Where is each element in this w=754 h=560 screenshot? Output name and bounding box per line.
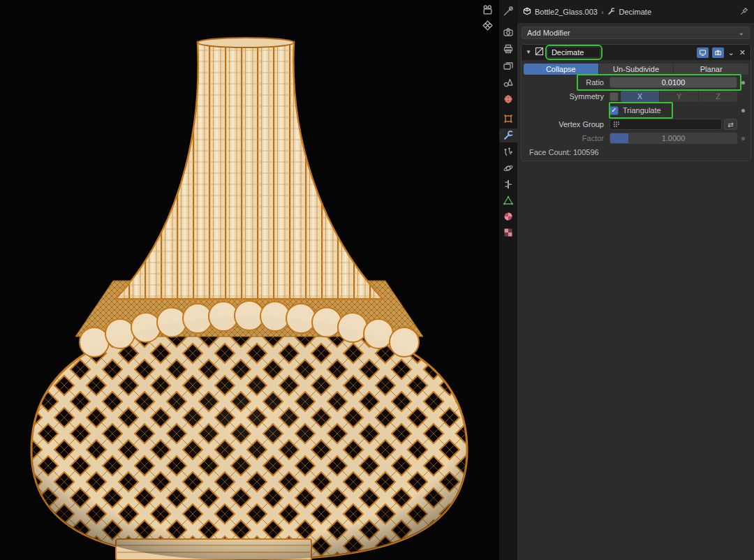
factor-decorator-dot[interactable] xyxy=(741,137,745,140)
tab-object-icon[interactable] xyxy=(499,112,517,126)
chevron-down-icon: ⌄ xyxy=(739,29,744,36)
tab-material-icon[interactable] xyxy=(499,209,517,223)
axis-z-button[interactable]: Z xyxy=(699,91,737,102)
tab-render-icon[interactable] xyxy=(499,25,517,39)
modifier-header: ▼ Decimate ⌄ ✕ xyxy=(522,45,751,60)
vertex-group-label: Vertex Group xyxy=(524,120,609,128)
display-realtime-toggle[interactable] xyxy=(697,47,709,58)
tab-tool-icon[interactable] xyxy=(499,4,517,18)
breadcrumb-modifier[interactable]: Decimate xyxy=(619,8,651,16)
symmetry-axes: X Y Z xyxy=(621,91,737,102)
triangulate-label: Triangulate xyxy=(621,106,661,115)
ratio-decorator-dot[interactable] xyxy=(741,81,745,84)
modifier-extras-icon[interactable]: ⌄ xyxy=(727,49,735,57)
breadcrumb-object[interactable]: Bottle2_Glass.003 xyxy=(535,8,598,16)
factor-row: Factor 1.0000 xyxy=(524,132,748,145)
tab-physics-icon[interactable] xyxy=(499,161,517,175)
triangulate-decorator-dot[interactable] xyxy=(741,109,745,112)
ratio-row: Ratio 0.0100 xyxy=(524,76,748,89)
decimate-mode-tabs: Collapse Un-Subdivide Planar xyxy=(524,64,748,75)
wrench-icon xyxy=(607,7,616,17)
modifier-body: Collapse Un-Subdivide Planar Ratio 0.010… xyxy=(522,60,751,161)
camera-gizmo-icon[interactable] xyxy=(480,3,494,17)
ratio-label: Ratio xyxy=(524,78,609,87)
triangulate-row: ✓ Triangulate xyxy=(524,104,748,117)
add-modifier-button[interactable]: Add Modifier ⌄ xyxy=(522,27,750,39)
axis-x-button[interactable]: X xyxy=(621,91,659,102)
vase-wireframe-render xyxy=(0,0,499,560)
display-render-toggle[interactable] xyxy=(712,47,724,58)
invert-vertex-group-button[interactable]: ⇄ xyxy=(724,119,737,130)
tab-scene-icon[interactable] xyxy=(499,75,517,89)
tab-object-data-icon[interactable] xyxy=(499,193,517,207)
triangulate-checkbox[interactable]: ✓ xyxy=(609,106,619,115)
tab-modifier-properties-icon[interactable] xyxy=(499,128,517,142)
tab-unsubdivide[interactable]: Un-Subdivide xyxy=(599,64,674,75)
grid-gizmo-icon[interactable] xyxy=(480,18,494,32)
symmetry-checkbox[interactable] xyxy=(609,92,619,101)
tab-world-icon[interactable] xyxy=(499,92,517,106)
ratio-slider[interactable]: 0.0100 xyxy=(609,77,737,88)
tab-planar[interactable]: Planar xyxy=(674,64,748,75)
factor-label: Factor xyxy=(524,134,609,142)
factor-slider-fill xyxy=(610,133,628,143)
symmetry-label: Symmetry xyxy=(524,92,609,101)
tab-collapse[interactable]: Collapse xyxy=(524,64,598,75)
decimate-modifier-panel: ▼ Decimate ⌄ ✕ Collapse Un- xyxy=(521,44,751,161)
modifier-close-icon[interactable]: ✕ xyxy=(739,49,746,57)
face-count-text: Face Count: 100596 xyxy=(529,148,748,156)
properties-editor: Bottle2_Glass.003 › Decimate Add Modifie… xyxy=(517,0,754,560)
tab-output-icon[interactable] xyxy=(499,42,517,56)
decimate-modifier-icon xyxy=(535,46,544,59)
blender-window: Bottle2_Glass.003 › Decimate Add Modifie… xyxy=(0,0,754,560)
modifier-name-field[interactable]: Decimate xyxy=(547,47,600,58)
tab-particles-icon[interactable] xyxy=(499,145,517,159)
object-mesh-icon xyxy=(523,7,531,17)
pin-icon[interactable] xyxy=(740,7,748,17)
vertex-group-row: Vertex Group ⇄ xyxy=(524,118,748,131)
axis-y-button[interactable]: Y xyxy=(660,91,698,102)
breadcrumb-separator: › xyxy=(601,8,604,16)
3d-viewport[interactable] xyxy=(0,0,499,560)
expand-arrow-icon[interactable]: ▼ xyxy=(526,50,531,55)
tab-view-layer-icon[interactable] xyxy=(499,59,517,73)
symmetry-row: Symmetry X Y Z xyxy=(524,90,748,103)
check-icon: ✓ xyxy=(611,107,616,114)
vertex-group-field[interactable] xyxy=(609,119,722,130)
vertex-group-icon xyxy=(613,121,620,128)
tab-texture-icon[interactable] xyxy=(499,226,517,240)
breadcrumb: Bottle2_Glass.003 › Decimate xyxy=(517,0,754,23)
factor-slider[interactable]: 1.0000 xyxy=(609,133,737,144)
tab-constraints-icon[interactable] xyxy=(499,177,517,191)
properties-tab-strip xyxy=(499,0,517,560)
